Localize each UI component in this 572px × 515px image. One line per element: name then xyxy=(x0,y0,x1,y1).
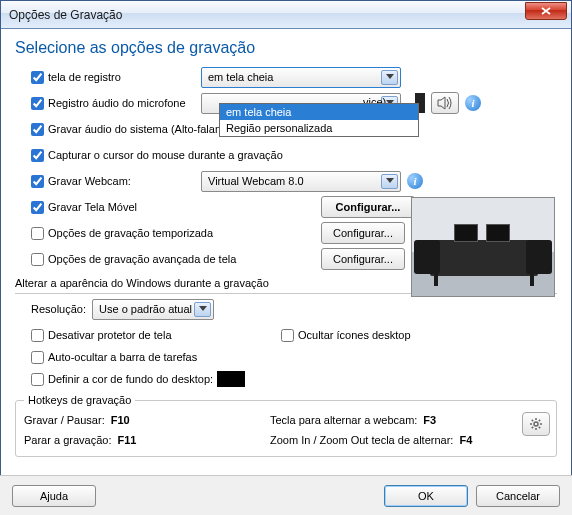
webcam-preview xyxy=(411,197,555,297)
button-configurar-temporizada[interactable]: Configurar... xyxy=(321,222,405,244)
help-button[interactable]: Ajuda xyxy=(12,485,96,507)
titlebar: Opções de Gravação xyxy=(1,1,571,29)
close-button[interactable] xyxy=(525,2,567,20)
checkbox-ocultar-icones[interactable] xyxy=(281,329,294,342)
label-audio-sistema: Gravar áudio do sistema (Alto-falantes) xyxy=(48,123,239,135)
hotkeys-group: Hotkeys de gravação Gravar / Pausar: F10… xyxy=(15,394,557,457)
label-audio-microfone: Registro áudio do microfone xyxy=(48,97,186,109)
label-temporizada: Opções de gravação temporizada xyxy=(48,227,213,239)
hk-webcam-label: Tecla para alternar a webcam: xyxy=(270,414,417,426)
checkbox-definir-cor[interactable] xyxy=(31,373,44,386)
speaker-icon xyxy=(437,96,453,110)
label-tela-registro: tela de registro xyxy=(48,71,121,83)
info-icon[interactable]: i xyxy=(407,173,423,189)
button-configurar-tela-movel[interactable]: Configurar... xyxy=(321,196,415,218)
combo-tela-registro-text: em tela cheia xyxy=(208,71,273,83)
chevron-down-icon xyxy=(381,70,398,85)
info-icon[interactable]: i xyxy=(465,95,481,111)
cancel-button[interactable]: Cancelar xyxy=(476,485,560,507)
checkbox-temporizada[interactable] xyxy=(31,227,44,240)
label-tela-movel: Gravar Tela Móvel xyxy=(48,201,137,213)
row-cursor: Capturar o cursor do mouse durante a gra… xyxy=(31,143,557,167)
button-configurar-avancada[interactable]: Configurar... xyxy=(321,248,405,270)
dropdown-option[interactable]: Região personalizada xyxy=(220,120,418,136)
checkbox-audio-sistema[interactable] xyxy=(31,123,44,136)
combo-resolucao-text: Use o padrão atual xyxy=(99,303,192,315)
label-desativar-protetor: Desativar protetor de tela xyxy=(48,329,172,341)
checkbox-audio-microfone[interactable] xyxy=(31,97,44,110)
checkbox-tela-registro[interactable] xyxy=(31,71,44,84)
label-auto-ocultar: Auto-ocultar a barra de tarefas xyxy=(48,351,197,363)
hotkeys-legend: Hotkeys de gravação xyxy=(24,394,135,406)
row-resolucao: Resolução: Use o padrão atual xyxy=(31,298,557,320)
checkbox-webcam[interactable] xyxy=(31,175,44,188)
hk-parar-label: Parar a gravação: xyxy=(24,434,111,446)
hk-parar-key: F11 xyxy=(117,434,136,446)
speaker-button[interactable] xyxy=(431,92,459,114)
aparencia-grid: Desativar protetor de tela Ocultar ícone… xyxy=(31,324,557,390)
label-resolucao: Resolução: xyxy=(31,303,86,315)
hk-gravar-key: F10 xyxy=(111,414,130,426)
chevron-down-icon xyxy=(381,174,398,189)
label-avancada: Opções de gravação avançada de tela xyxy=(48,253,236,265)
combo-tela-registro-dropdown[interactable]: em tela cheia Região personalizada xyxy=(219,103,419,137)
bottom-bar: Ajuda OK Cancelar xyxy=(0,475,572,515)
checkbox-avancada[interactable] xyxy=(31,253,44,266)
checkbox-cursor[interactable] xyxy=(31,149,44,162)
combo-webcam-text: Virtual Webcam 8.0 xyxy=(208,175,304,187)
gear-icon xyxy=(529,417,543,431)
checkbox-desativar-protetor[interactable] xyxy=(31,329,44,342)
content-area: Selecione as opções de gravação tela de … xyxy=(1,29,571,457)
row-webcam: Gravar Webcam: Virtual Webcam 8.0 i xyxy=(31,169,557,193)
hk-zoom-key: F4 xyxy=(459,434,472,446)
chevron-down-icon xyxy=(194,302,211,317)
combo-resolucao[interactable]: Use o padrão atual xyxy=(92,299,214,320)
window-title: Opções de Gravação xyxy=(9,8,122,22)
color-swatch[interactable] xyxy=(217,371,245,387)
label-definir-cor: Definir a cor de fundo do desktop: xyxy=(48,373,213,385)
checkbox-tela-movel[interactable] xyxy=(31,201,44,214)
dropdown-option-selected[interactable]: em tela cheia xyxy=(220,104,418,120)
row-tela-registro: tela de registro em tela cheia xyxy=(31,65,557,89)
hk-gravar-label: Gravar / Pausar: xyxy=(24,414,105,426)
hk-zoom-label: Zoom In / Zoom Out tecla de alternar: xyxy=(270,434,453,446)
combo-tela-registro[interactable]: em tela cheia xyxy=(201,67,401,88)
label-ocultar-icones: Ocultar ícones desktop xyxy=(298,329,411,341)
checkbox-auto-ocultar[interactable] xyxy=(31,351,44,364)
combo-webcam[interactable]: Virtual Webcam 8.0 xyxy=(201,171,401,192)
hotkeys-settings-button[interactable] xyxy=(522,412,550,436)
page-heading: Selecione as opções de gravação xyxy=(15,39,557,57)
hk-webcam-key: F3 xyxy=(423,414,436,426)
label-cursor: Capturar o cursor do mouse durante a gra… xyxy=(48,149,283,161)
close-icon xyxy=(541,7,551,15)
svg-point-0 xyxy=(534,422,538,426)
label-webcam: Gravar Webcam: xyxy=(48,175,131,187)
ok-button[interactable]: OK xyxy=(384,485,468,507)
